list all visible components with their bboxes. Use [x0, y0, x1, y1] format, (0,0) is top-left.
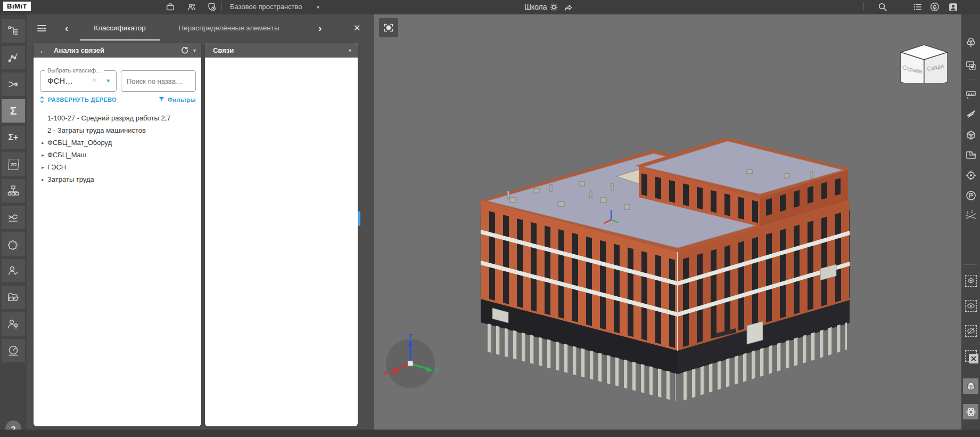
tree-item-label: ФСБЦ_Маш [47, 151, 86, 159]
environment-tree-button[interactable] [963, 34, 978, 50]
focus-model-button[interactable] [379, 18, 398, 37]
sigma-icon: Σ [10, 104, 17, 117]
orbit-mode-button[interactable] [963, 404, 978, 419]
charts-button[interactable] [2, 206, 25, 229]
tabs-scroll-right-icon[interactable]: › [318, 21, 322, 35]
axis-y-label: Y [435, 367, 439, 373]
plugins-button[interactable] [2, 232, 25, 256]
analysis-header-caret-icon[interactable]: ▾ [193, 47, 196, 53]
tree-item[interactable]: ▸ ФСБЦ_Маш [34, 149, 201, 161]
floorplan-button[interactable] [963, 147, 978, 163]
section-box-button[interactable] [963, 127, 978, 142]
tree-item[interactable]: ▸ Затраты труда [34, 173, 201, 185]
left-toolbar: Σ Σ+ 2D ? [0, 14, 27, 430]
mapping-shuffle-button[interactable] [2, 72, 25, 96]
links-header: Связи ▾ [205, 43, 358, 58]
classifier-tree: 1-100-27 - Средний разряд работы 2,7 2 -… [34, 112, 201, 185]
tab-unassigned-elements[interactable]: Нераспределённые элементы [170, 14, 287, 43]
toolbar-divider [963, 264, 977, 265]
search-input[interactable] [121, 71, 195, 91]
project-settings-gear-icon[interactable] [548, 2, 559, 12]
classifier-select-label: Выбрать классиф… [45, 67, 104, 74]
workspace-label: Базовое пространство [230, 3, 302, 11]
classifier-caret-icon[interactable]: ▾ [106, 77, 110, 84]
axis-x-label: X [384, 370, 388, 376]
tabs-scroll-left-icon[interactable]: ‹ [65, 21, 68, 35]
tree-item[interactable]: ▸ ГЭСН [34, 161, 201, 173]
classifier-panel: ‹ Классификатор Нераспределённые элемент… [27, 14, 374, 430]
expand-arrow-icon[interactable]: ▸ [38, 165, 47, 170]
panel-resize-handle[interactable] [358, 211, 360, 226]
summary-sigma-button[interactable]: Σ [2, 99, 25, 123]
expand-tree-label: РАЗВЕРНУТЬ ДЕРЕВО [48, 96, 117, 103]
team-icon[interactable] [186, 2, 197, 12]
org-chart-button[interactable] [2, 179, 25, 203]
section-flip-button[interactable] [963, 107, 978, 122]
expand-arrow-icon[interactable]: ▸ [38, 140, 47, 145]
topbar-divider-right [863, 2, 864, 11]
flag-marker-button[interactable] [963, 188, 978, 203]
2d-view-button[interactable]: 2D [2, 152, 25, 176]
expand-arrow-icon[interactable]: ▸ [38, 177, 47, 182]
toolbar-divider [963, 79, 977, 79]
model-structure-button[interactable] [2, 19, 25, 43]
panel-menu-icon[interactable] [36, 22, 48, 36]
topbar-divider [221, 2, 222, 11]
refresh-icon[interactable] [180, 46, 189, 55]
connections-button[interactable] [2, 46, 25, 69]
tree-item-label: 1-100-27 - Средний разряд работы 2,7 [47, 114, 170, 122]
shield-status-icon[interactable] [207, 2, 217, 12]
classifier-select[interactable]: Выбрать классиф… ФСН… ✕ ▾ [40, 70, 117, 92]
measure-button[interactable] [963, 86, 978, 102]
shaded-view-button[interactable] [963, 378, 978, 394]
tree-item-label: ГЭСН [47, 163, 66, 171]
tree-item[interactable]: ▸ ФСБЦ_Мат_Оборуд [34, 136, 201, 149]
tree-item-label: 2 - Затраты труда машинистов [47, 126, 146, 134]
add-summary-button[interactable]: Σ+ [2, 126, 25, 149]
workspace-selector[interactable]: Базовое пространство [230, 3, 302, 11]
expand-tree-link[interactable]: РАЗВЕРНУТЬ ДЕРЕВО [39, 96, 117, 103]
topbar: BiMiT Базовое пространство ▾ Школа [0, 0, 980, 14]
project-title: Школа [524, 3, 547, 11]
close-panel-icon[interactable]: ✕ [353, 21, 360, 35]
user-avatar[interactable] [948, 2, 958, 12]
links-header-caret-icon[interactable]: ▾ [349, 47, 351, 53]
analysis-title: Анализ связей [54, 46, 104, 54]
show-elements-button[interactable] [963, 298, 978, 313]
clear-selection-button[interactable] [963, 348, 978, 363]
user-location-button[interactable] [2, 312, 25, 336]
axis-gizmo[interactable]: Z X Y [378, 333, 442, 396]
grid-axes-button[interactable]: 1 2 [963, 208, 978, 223]
search-icon[interactable] [877, 2, 888, 12]
tree-item-label: Затраты труда [47, 175, 94, 183]
axis-two-label: 2 [971, 209, 973, 213]
building-model[interactable] [374, 14, 961, 430]
projects-icon[interactable] [165, 2, 176, 12]
tree-item[interactable]: 2 - Затраты труда машинистов [34, 124, 201, 136]
links-title: Связи [213, 46, 234, 54]
notifications-icon[interactable] [929, 2, 940, 12]
export-folder-button[interactable] [2, 286, 25, 309]
dashboard-gauge-button[interactable] [2, 339, 25, 362]
locate-target-button[interactable] [963, 167, 978, 183]
viewport-3d[interactable]: Справа Сзади Z X Y [374, 14, 961, 430]
search-field[interactable] [121, 70, 196, 92]
filters-label: Фильтры [168, 96, 196, 103]
share-icon[interactable] [563, 2, 573, 12]
expand-arrow-icon[interactable]: ▸ [38, 152, 47, 158]
list-menu-icon[interactable] [912, 2, 923, 12]
selection-sets-button[interactable] [963, 58, 978, 73]
app-logo: BiMiT [3, 2, 31, 11]
filters-link[interactable]: Фильтры [158, 96, 196, 103]
view-cube[interactable]: Справа Сзади [893, 41, 954, 83]
tab-classifier[interactable]: Классификатор [80, 14, 160, 43]
back-arrow-icon[interactable]: ← [39, 46, 47, 55]
clear-classifier-icon[interactable]: ✕ [92, 77, 97, 84]
tree-item-label: ФСБЦ_Мат_Оборуд [47, 139, 112, 147]
isolate-box-button[interactable] [963, 273, 978, 288]
workspace-caret-icon[interactable]: ▾ [317, 4, 319, 10]
user-approvals-button[interactable] [2, 259, 25, 282]
hide-elements-button[interactable] [963, 323, 978, 338]
tree-item[interactable]: 1-100-27 - Средний разряд работы 2,7 [34, 112, 201, 124]
active-tab-underline [80, 39, 160, 41]
